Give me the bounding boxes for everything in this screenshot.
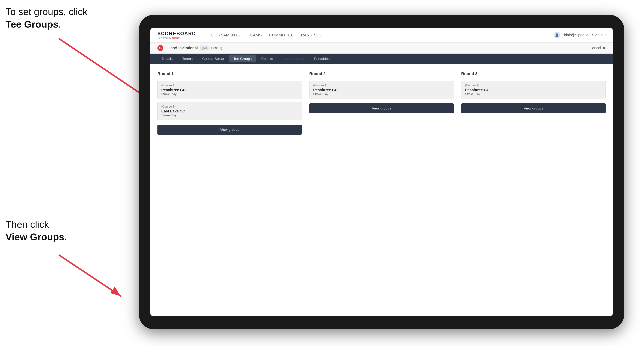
- logo-powered: Powered by clippit: [158, 36, 196, 39]
- top-nav-right: 👤 blair@clippd.io Sign out: [554, 32, 606, 38]
- sub-header-left: C Clippd Invitational (M) Hosting: [158, 45, 222, 51]
- round-3-course-a-format: Stroke Play: [465, 92, 602, 96]
- tab-tee-groups[interactable]: Tee Groups: [229, 55, 256, 62]
- nav-committee[interactable]: COMMITTEE: [269, 32, 294, 38]
- round-2-view-groups-button[interactable]: View groups: [309, 103, 454, 113]
- round-1-course-a-name: Peachtree GC: [161, 88, 298, 92]
- round-1-course-b-card: (Course B) East Lake GC Stroke Play: [158, 102, 302, 120]
- round-1-column: Round 1 (Course A) Peachtree GC Stroke P…: [158, 71, 302, 135]
- svg-line-0: [59, 39, 150, 100]
- instruction-top: To set groups, click Tee Groups.: [6, 5, 88, 30]
- round-1-course-b-label: (Course B): [161, 105, 298, 108]
- rounds-grid: Round 1 (Course A) Peachtree GC Stroke P…: [158, 71, 606, 135]
- sub-header: C Clippd Invitational (M) Hosting Cancel…: [150, 42, 613, 54]
- user-avatar: 👤: [554, 32, 560, 38]
- tab-nav: Details Teams Course Setup Tee Groups Re…: [150, 54, 613, 64]
- tablet-device: SCOREBOARD Powered by clippit TOURNAMENT…: [139, 15, 624, 329]
- round-1-title: Round 1: [158, 71, 302, 76]
- top-nav-links: TOURNAMENTS TEAMS COMMITTEE RANKINGS: [209, 32, 544, 38]
- instruction-top-line1: To set groups, click: [6, 6, 88, 17]
- sign-out-link[interactable]: Sign out: [592, 33, 606, 37]
- top-nav: SCOREBOARD Powered by clippit TOURNAMENT…: [150, 28, 613, 42]
- instruction-bottom: Then click View Groups.: [6, 218, 67, 243]
- nav-tournaments[interactable]: TOURNAMENTS: [209, 32, 240, 38]
- round-2-course-a-label: (Course A): [313, 84, 450, 87]
- c-logo: C: [158, 45, 163, 51]
- round-1-course-a-card: (Course A) Peachtree GC Stroke Play: [158, 81, 302, 99]
- tab-teams[interactable]: Teams: [178, 55, 197, 62]
- round-3-column: Round 3 (Course A) Peachtree GC Stroke P…: [461, 71, 606, 135]
- round-2-column: Round 2 (Course A) Peachtree GC Stroke P…: [309, 71, 454, 135]
- round-3-view-groups-button[interactable]: View groups: [461, 103, 606, 113]
- round-2-course-a-name: Peachtree GC: [313, 88, 450, 92]
- user-email: blair@clippd.io: [564, 33, 588, 37]
- tab-results[interactable]: Results: [257, 55, 277, 62]
- instruction-top-bold: Tee Groups: [6, 19, 58, 30]
- tablet-screen: SCOREBOARD Powered by clippit TOURNAMENT…: [150, 28, 613, 316]
- svg-marker-3: [110, 287, 120, 296]
- logo-scoreboard: SCOREBOARD: [158, 31, 196, 36]
- round-3-course-a-card: (Course A) Peachtree GC Stroke Play: [461, 81, 606, 99]
- svg-line-2: [59, 255, 120, 296]
- arrow-bottom-icon: [50, 246, 128, 305]
- round-1-course-a-label: (Course A): [161, 84, 298, 87]
- instruction-bottom-line1: Then click: [6, 219, 49, 230]
- cancel-icon: ✕: [602, 46, 606, 50]
- round-2-course-a-format: Stroke Play: [313, 92, 450, 96]
- cancel-label: Cancel: [590, 46, 601, 50]
- tab-printables[interactable]: Printables: [310, 55, 334, 62]
- instruction-bottom-bold: View Groups: [6, 231, 64, 242]
- instruction-bottom-suffix: .: [64, 231, 67, 242]
- logo-area: SCOREBOARD Powered by clippit: [158, 31, 196, 39]
- hosting-badge: Hosting: [211, 46, 222, 50]
- round-1-view-groups-button[interactable]: View groups: [158, 125, 302, 135]
- round-3-course-a-label: (Course A): [465, 84, 602, 87]
- round-1-course-b-name: East Lake GC: [161, 109, 298, 113]
- round-1-course-a-format: Stroke Play: [161, 92, 298, 96]
- nav-rankings[interactable]: RANKINGS: [301, 32, 322, 38]
- nav-teams[interactable]: TEAMS: [248, 32, 262, 38]
- sub-header-title: Clippd Invitational: [166, 46, 198, 50]
- round-1-course-b-format: Stroke Play: [161, 114, 298, 117]
- round-3-title: Round 3: [461, 71, 606, 76]
- tab-course-setup[interactable]: Course Setup: [198, 55, 228, 62]
- round-2-course-a-card: (Course A) Peachtree GC Stroke Play: [309, 81, 454, 99]
- round-2-title: Round 2: [309, 71, 454, 76]
- cancel-button[interactable]: Cancel ✕: [590, 46, 606, 50]
- sub-header-badge: (M): [200, 45, 209, 50]
- instruction-top-suffix: .: [58, 19, 61, 30]
- main-content: Round 1 (Course A) Peachtree GC Stroke P…: [150, 64, 613, 316]
- tab-leaderboards[interactable]: Leaderboards: [278, 55, 309, 62]
- tab-details[interactable]: Details: [158, 55, 177, 62]
- round-3-course-a-name: Peachtree GC: [465, 88, 602, 92]
